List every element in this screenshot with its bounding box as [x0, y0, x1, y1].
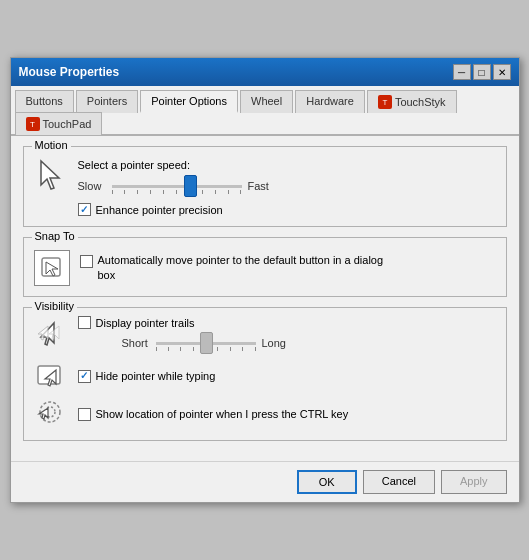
trail-slider [156, 332, 256, 354]
speed-track [112, 185, 242, 188]
minimize-button[interactable]: ─ [453, 64, 471, 80]
hide-icon [34, 362, 70, 390]
snap-icon [34, 250, 70, 286]
ctrl-pointer-icon [36, 398, 68, 430]
slow-label: Slow [78, 180, 106, 192]
motion-group: Motion Select a pointer speed: Slow [23, 146, 507, 227]
snap-to-group-title: Snap To [32, 230, 78, 242]
snap-checkbox[interactable] [80, 255, 93, 268]
tab-content: Motion Select a pointer speed: Slow [11, 136, 519, 461]
trail-controls: Display pointer trails Short [78, 316, 290, 354]
touchstyk-icon: T [378, 95, 392, 109]
fast-label: Fast [248, 180, 276, 192]
pointer-speed-icon [37, 159, 67, 193]
trail-slider-container: Short [122, 332, 290, 354]
short-label: Short [122, 337, 150, 349]
close-button[interactable]: ✕ [493, 64, 511, 80]
trail-checkbox[interactable] [78, 316, 91, 329]
footer: OK Cancel Apply [11, 461, 519, 502]
motion-controls: Select a pointer speed: Slow [78, 159, 496, 216]
motion-group-content: Select a pointer speed: Slow [34, 159, 496, 216]
motion-group-title: Motion [32, 139, 71, 151]
svg-marker-2 [46, 262, 58, 276]
precision-label: Enhance pointer precision [96, 204, 223, 216]
tab-touchstyk[interactable]: T TouchStyk [367, 90, 457, 113]
hide-pointer-icon [36, 362, 68, 390]
apply-button[interactable]: Apply [441, 470, 507, 494]
snap-icon-area [34, 250, 70, 286]
speed-label: Select a pointer speed: [78, 159, 496, 171]
snap-label: Automatically move pointer to the defaul… [98, 253, 398, 284]
title-bar-controls: ─ □ ✕ [453, 64, 511, 80]
tab-bar: Buttons Pointers Pointer Options Wheel H… [11, 86, 519, 136]
maximize-button[interactable]: □ [473, 64, 491, 80]
title-bar: Mouse Properties ─ □ ✕ [11, 58, 519, 86]
long-label: Long [262, 337, 290, 349]
speed-thumb[interactable] [184, 175, 197, 197]
ok-button[interactable]: OK [297, 470, 357, 494]
hide-label: Hide pointer while typing [96, 370, 216, 382]
mouse-properties-window: Mouse Properties ─ □ ✕ Buttons Pointers … [10, 57, 520, 503]
hide-item: Hide pointer while typing [34, 362, 496, 390]
speed-slider[interactable] [112, 175, 242, 197]
hide-checkbox-row: Hide pointer while typing [78, 370, 216, 383]
tab-pointer-options[interactable]: Pointer Options [140, 90, 238, 113]
motion-icon-area [34, 159, 70, 193]
ctrl-checkbox-row: Show location of pointer when I press th… [78, 408, 349, 421]
touchpad-icon: T [26, 117, 40, 131]
tab-pointers[interactable]: Pointers [76, 90, 138, 113]
cancel-button[interactable]: Cancel [363, 470, 435, 494]
speed-slider-row: Slow [78, 175, 496, 197]
trail-thumb [200, 332, 213, 354]
svg-marker-10 [39, 408, 48, 419]
window-title: Mouse Properties [19, 65, 120, 79]
tab-touchpad[interactable]: T TouchPad [15, 112, 103, 135]
snap-checkbox-row: Automatically move pointer to the defaul… [80, 253, 398, 284]
visibility-group: Visibility Display pointer trails [23, 307, 507, 441]
ctrl-label: Show location of pointer when I press th… [96, 408, 349, 420]
visibility-group-title: Visibility [32, 300, 78, 312]
trail-label: Display pointer trails [96, 317, 195, 329]
ctrl-item: Show location of pointer when I press th… [34, 398, 496, 430]
snap-to-group: Snap To Automatically move pointer to th… [23, 237, 507, 297]
snap-cursor-icon [40, 256, 64, 280]
trail-icon [34, 321, 70, 349]
hide-checkbox[interactable] [78, 370, 91, 383]
tab-buttons[interactable]: Buttons [15, 90, 74, 113]
precision-checkbox[interactable] [78, 203, 91, 216]
precision-row: Enhance pointer precision [78, 203, 496, 216]
ctrl-checkbox[interactable] [78, 408, 91, 421]
ctrl-icon [34, 398, 70, 430]
svg-marker-4 [38, 326, 48, 340]
tab-wheel[interactable]: Wheel [240, 90, 293, 113]
tab-hardware[interactable]: Hardware [295, 90, 365, 113]
pointer-trails-icon [36, 321, 68, 349]
trail-item: Display pointer trails Short [34, 316, 496, 354]
speed-ticks [112, 190, 242, 194]
svg-marker-0 [41, 161, 59, 189]
snap-group-content: Automatically move pointer to the defaul… [34, 250, 496, 286]
trail-checkbox-row: Display pointer trails [78, 316, 290, 329]
